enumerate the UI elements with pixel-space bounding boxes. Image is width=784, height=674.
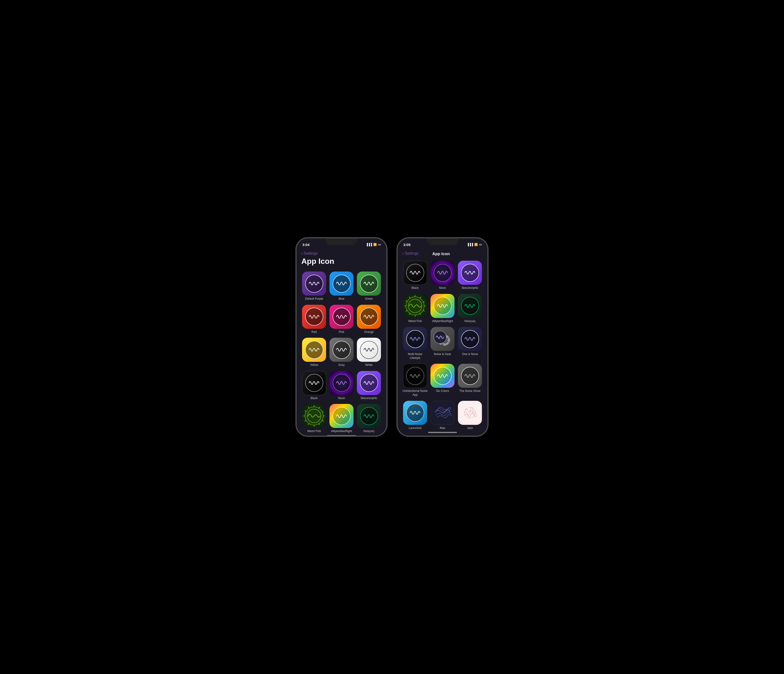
icon-label: The Noise Show bbox=[459, 389, 481, 393]
icon-label: Weird Fish bbox=[408, 320, 422, 323]
list-item[interactable]: Multi-Noise Lifestyle bbox=[402, 327, 428, 360]
icon-label: Red bbox=[311, 330, 317, 334]
app-icon-noise-ue[interactable] bbox=[357, 404, 381, 428]
list-item[interactable]: Jack bbox=[457, 401, 483, 430]
icon-label: One is None bbox=[462, 353, 478, 356]
icon-label: Multi-Noise Lifestyle bbox=[402, 353, 428, 360]
icon-label: Orange bbox=[364, 330, 374, 334]
list-item[interactable]: Weird Fish bbox=[301, 404, 327, 433]
icon-label: Max bbox=[440, 426, 445, 430]
app-icon-skeumorphic2[interactable] bbox=[458, 261, 482, 285]
icon-label: #MykeWasRight bbox=[432, 320, 453, 323]
app-icon-neon2[interactable] bbox=[431, 261, 454, 285]
svg-rect-32 bbox=[448, 339, 450, 341]
app-icon-myke[interactable] bbox=[330, 404, 353, 428]
list-item[interactable]: Black bbox=[301, 371, 327, 400]
icon-label: Black bbox=[411, 286, 418, 290]
app-icon-six-colors[interactable] bbox=[431, 364, 454, 388]
wifi-icon: 🛜 bbox=[373, 243, 377, 246]
nav-back-2[interactable]: ‹ Settings bbox=[402, 251, 419, 256]
app-icon-one-is-none[interactable] bbox=[458, 327, 482, 351]
list-item[interactable]: Pink bbox=[329, 305, 354, 334]
app-icon-blue[interactable] bbox=[330, 271, 353, 296]
app-icon-orange[interactable] bbox=[357, 305, 381, 329]
nav-title-2: App Icon bbox=[419, 251, 464, 256]
app-icon-weird-fish2[interactable] bbox=[403, 294, 427, 318]
app-icon-launched[interactable] bbox=[403, 401, 427, 425]
list-item[interactable]: Noise & Gear bbox=[430, 327, 455, 360]
back-chevron-2: ‹ bbox=[402, 251, 404, 256]
list-item[interactable]: Nois(ue) bbox=[356, 404, 382, 433]
list-item[interactable]: Red bbox=[301, 305, 327, 334]
app-icon-noise-show[interactable] bbox=[458, 364, 482, 388]
status-bar-2: 3:05 ▐▐▐ 🛜 ▭ bbox=[398, 238, 487, 249]
list-item[interactable]: Green bbox=[356, 271, 382, 301]
list-item[interactable]: Skeumorphic bbox=[457, 261, 483, 290]
back-label-2: Settings bbox=[405, 251, 419, 256]
icon-label: Nois(ue) bbox=[464, 320, 475, 323]
svg-rect-31 bbox=[444, 344, 446, 346]
list-item[interactable]: Neon bbox=[329, 371, 354, 400]
app-icon-green[interactable] bbox=[357, 271, 381, 296]
icon-label: Skeumorphic bbox=[462, 286, 478, 290]
app-icon-max[interactable] bbox=[431, 401, 454, 425]
svg-line-5 bbox=[322, 420, 324, 421]
app-icon-pink[interactable] bbox=[330, 305, 353, 329]
icon-label: Pink bbox=[339, 330, 344, 334]
icon-label: Six Colors bbox=[436, 389, 449, 393]
app-icon-neon[interactable] bbox=[330, 371, 353, 395]
icon-label: Skeumorphic bbox=[361, 396, 377, 400]
list-item[interactable]: Blue bbox=[329, 271, 354, 301]
app-icon-jack[interactable] bbox=[458, 401, 482, 425]
list-item[interactable]: Max bbox=[430, 401, 455, 430]
svg-line-11 bbox=[305, 410, 306, 412]
app-icon-black[interactable] bbox=[302, 371, 326, 395]
list-item[interactable]: Black bbox=[402, 261, 428, 290]
icon-label: Black bbox=[311, 396, 317, 400]
status-icons-2: ▐▐▐ 🛜 ▭ bbox=[467, 243, 482, 246]
list-item[interactable]: #MykeWasRight bbox=[430, 294, 455, 323]
app-icon-white[interactable] bbox=[357, 338, 381, 362]
wifi-icon-2: 🛜 bbox=[474, 243, 478, 246]
list-item[interactable]: Yellow bbox=[301, 338, 327, 367]
app-icon-grey[interactable] bbox=[330, 338, 353, 362]
icon-label: Unintentional Noise App bbox=[402, 389, 428, 397]
list-item[interactable]: Weird Fish bbox=[402, 294, 428, 323]
icon-grid-2: Black Neon bbox=[402, 261, 483, 430]
app-icon-black2[interactable] bbox=[403, 261, 427, 285]
list-item[interactable]: White bbox=[356, 338, 382, 367]
icon-label: Default Purple bbox=[305, 297, 323, 301]
battery-icon-2: ▭ bbox=[479, 243, 482, 246]
app-icon-noise-gear[interactable] bbox=[431, 327, 454, 351]
list-item[interactable]: Orange bbox=[356, 305, 382, 334]
screen-content-2: ‹ Settings App Icon bbox=[398, 249, 487, 436]
app-icon-myke2[interactable] bbox=[431, 294, 454, 318]
list-item[interactable]: The Noise Show bbox=[457, 364, 483, 397]
app-icon-multi-noise[interactable] bbox=[403, 327, 427, 351]
list-item[interactable]: #MykeWasRight bbox=[329, 404, 354, 433]
svg-line-23 bbox=[406, 310, 407, 312]
list-item[interactable]: Six Colors bbox=[430, 364, 455, 397]
app-icon-noise-ue2[interactable] bbox=[458, 294, 482, 318]
icon-label: Blue bbox=[339, 297, 344, 301]
app-icon-default-purple[interactable] bbox=[302, 271, 326, 296]
app-icon-red[interactable] bbox=[302, 305, 326, 329]
list-item[interactable]: Default Purple bbox=[301, 271, 327, 301]
list-item[interactable]: Launched bbox=[402, 401, 428, 430]
svg-line-19 bbox=[423, 310, 425, 312]
list-item[interactable]: Grey bbox=[329, 338, 354, 367]
app-icon-yellow[interactable] bbox=[302, 338, 326, 362]
app-icon-skeumorphic[interactable] bbox=[357, 371, 381, 395]
svg-line-2 bbox=[319, 407, 320, 408]
list-item[interactable]: Unintentional Noise App bbox=[402, 364, 428, 397]
nav-back-1[interactable]: ‹ Settings bbox=[301, 251, 382, 256]
list-item[interactable]: Skeumorphic bbox=[356, 371, 382, 400]
svg-line-26 bbox=[409, 297, 410, 298]
svg-line-25 bbox=[406, 300, 407, 302]
app-icon-unintentional[interactable] bbox=[403, 364, 427, 388]
signal-icon-2: ▐▐▐ bbox=[467, 243, 473, 246]
list-item[interactable]: One is None bbox=[457, 327, 483, 360]
list-item[interactable]: Nois(ue) bbox=[457, 294, 483, 323]
app-icon-weird-fish[interactable] bbox=[302, 404, 326, 428]
list-item[interactable]: Neon bbox=[430, 261, 455, 290]
